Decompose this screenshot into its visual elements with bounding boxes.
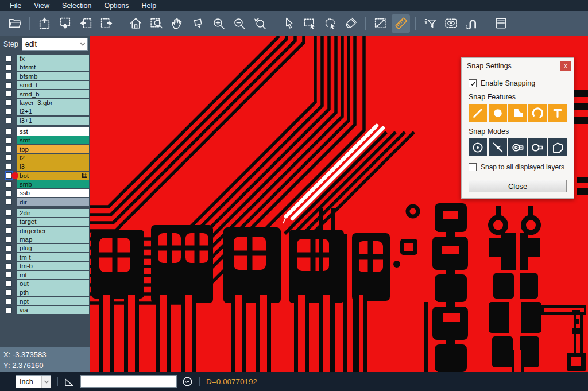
layer-row-map[interactable]: map [0,235,90,243]
layer-row-out[interactable]: out [0,280,90,288]
layer-label[interactable]: dir [17,198,89,206]
enable-snapping-row[interactable]: Enable Snapping [469,79,567,87]
menu-help[interactable]: Help [136,1,163,10]
layer-label[interactable]: l2+1 [17,107,89,115]
layer-label[interactable]: smt [17,136,89,144]
layer-row-bot[interactable]: bot [0,172,90,180]
enable-snapping-checkbox[interactable] [469,79,477,87]
layer-visibility-checkbox[interactable] [6,56,12,62]
layer-visibility-cell[interactable] [0,235,17,243]
layer-label[interactable]: tm-t [17,253,89,261]
layer-row-layer_3.gbr[interactable]: layer_3.gbr [0,99,90,107]
layer-visibility-checkbox[interactable] [6,199,12,205]
layer-label[interactable]: plug [17,244,89,252]
layer-visibility-cell[interactable] [0,162,17,171]
snap-feature-pad-button[interactable] [489,104,507,122]
layer-row-bfsmt[interactable]: bfsmt [0,63,90,71]
toolbar-select-pointer-button[interactable] [280,14,298,33]
layer-visibility-cell[interactable] [0,244,17,252]
layer-label[interactable]: tm-b [17,262,89,270]
snap-feature-text-button[interactable] [548,104,567,122]
layer-label[interactable]: sst [17,127,89,136]
layer-visibility-checkbox[interactable] [6,82,12,88]
layer-row-smt[interactable]: smt [0,136,90,144]
menu-file[interactable]: File [3,1,28,10]
layer-label[interactable]: l3+1 [17,117,89,125]
layer-visibility-checkbox[interactable] [6,219,12,225]
snap-feature-surface-button[interactable] [508,104,527,122]
all-layers-checkbox[interactable] [469,163,477,171]
layer-visibility-cell[interactable] [0,107,17,115]
layer-visibility-checkbox[interactable] [6,298,12,304]
layer-visibility-checkbox[interactable] [6,237,12,243]
layer-visibility-cell[interactable] [0,198,17,206]
layer-row-l3[interactable]: l3 [0,162,90,171]
layer-visibility-checkbox[interactable] [6,307,12,313]
layer-visibility-checkbox[interactable] [6,254,12,260]
grid-icon[interactable] [82,173,87,178]
layer-visibility-checkbox[interactable] [6,272,12,278]
toolbar-measure-distance-button[interactable] [371,14,389,33]
layer-label[interactable]: 2dir-- [17,209,89,217]
layer-visibility-cell[interactable] [0,90,17,98]
layer-row-npt[interactable]: npt [0,297,90,305]
layer-visibility-cell[interactable] [0,271,17,279]
layer-visibility-checkbox[interactable] [6,227,12,234]
layer-row-mt[interactable]: mt [0,271,90,279]
layer-row-tm-b[interactable]: tm-b [0,262,90,270]
layer-row-bfsmb[interactable]: bfsmb [0,72,90,80]
layer-row-smb[interactable]: smb [0,180,90,188]
close-button[interactable]: Close [469,180,567,192]
layer-label[interactable]: layer_3.gbr [17,99,89,107]
layer-label[interactable]: smd_t [17,81,89,89]
layer-row-pth[interactable]: pth [0,288,90,296]
layer-visibility-cell[interactable] [0,306,17,314]
layer-visibility-checkbox[interactable] [6,117,12,123]
layer-label[interactable]: pth [17,288,89,296]
snap-mode-line-point-button[interactable] [489,138,507,156]
layer-label[interactable]: ssb [17,189,89,197]
layer-row-dir[interactable]: dir [0,198,90,206]
unit-select[interactable]: Inch [16,375,51,388]
layer-label[interactable]: top [17,145,89,153]
layer-visibility-checkbox[interactable] [6,154,12,161]
layer-row-tm-t[interactable]: tm-t [0,253,90,261]
snap-indicator-icon[interactable] [181,375,194,388]
toolbar-pan-right-button[interactable] [97,14,115,33]
layer-label[interactable]: dirgerber [17,227,89,235]
layer-visibility-checkbox[interactable] [6,91,12,97]
snap-feature-line-button[interactable] [469,104,487,122]
layer-row-smd_b[interactable]: smd_b [0,90,90,98]
layer-row-fx[interactable]: fx [0,55,90,63]
toolbar-zoom-window-button[interactable] [147,14,165,33]
layer-row-dirgerber[interactable]: dirgerber [0,227,90,235]
layer-visibility-checkbox[interactable] [6,109,12,115]
toolbar-zoom-in-button[interactable] [209,14,227,33]
all-layers-row[interactable]: Snap to all displayed layers [469,163,567,171]
layer-visibility-checkbox[interactable] [6,190,12,196]
toolbar-filter-button[interactable] [421,14,439,33]
layer-visibility-checkbox[interactable] [6,99,12,106]
snap-mode-pad-center-button[interactable] [469,138,487,156]
layer-row-via[interactable]: via [0,306,90,314]
layer-visibility-checkbox[interactable] [6,64,12,71]
menu-options[interactable]: Options [98,1,135,10]
layer-visibility-checkbox[interactable] [6,280,12,287]
menu-view[interactable]: View [28,1,56,10]
layer-visibility-cell[interactable] [0,117,17,125]
layer-visibility-checkbox[interactable] [6,210,12,216]
layer-visibility-cell[interactable] [0,81,17,89]
layer-visibility-cell[interactable] [0,136,17,144]
toolbar-layer-properties-button[interactable] [492,14,510,33]
layer-visibility-cell[interactable] [0,189,17,197]
layer-visibility-cell[interactable] [0,180,17,188]
layer-visibility-cell[interactable] [0,209,17,217]
snap-feature-arc-button[interactable] [528,104,547,122]
toolbar-pan-left-button[interactable] [76,14,95,33]
layer-label[interactable]: bfsmt [17,63,89,71]
layer-visibility-checkbox[interactable] [6,289,12,296]
toolbar-clean-brush-button[interactable] [342,14,360,33]
layer-row-ssb[interactable]: ssb [0,189,90,197]
layer-label[interactable]: target [17,218,89,226]
layer-visibility-checkbox[interactable] [6,245,12,251]
